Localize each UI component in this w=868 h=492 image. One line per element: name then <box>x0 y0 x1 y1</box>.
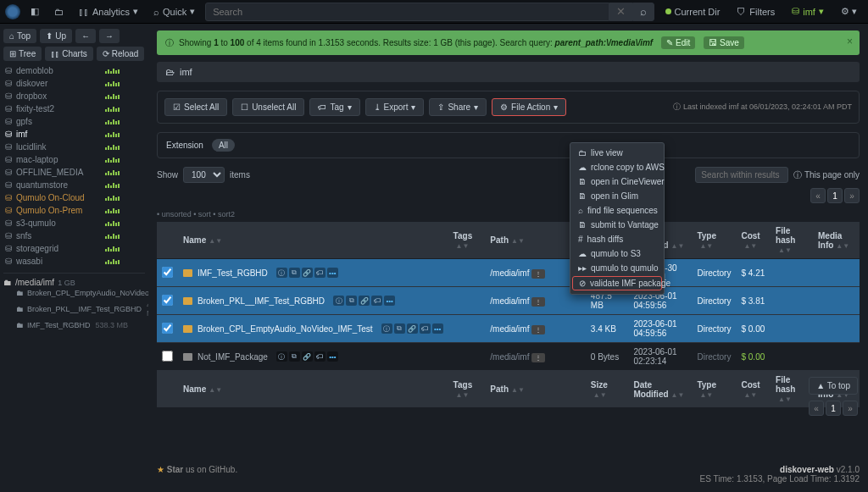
col-check[interactable] <box>157 222 178 259</box>
unselect-all-button[interactable]: ☐ Unselect All <box>232 98 304 116</box>
col-tags[interactable]: Tags▲▼ <box>448 222 486 259</box>
breadcrumb-label[interactable]: imf <box>180 67 192 77</box>
alert-close-icon[interactable]: × <box>847 36 853 47</box>
tab-extension[interactable]: Extension <box>166 141 203 150</box>
tag-icon[interactable]: 🏷 <box>420 323 431 334</box>
tag-icon[interactable]: 🏷 <box>314 351 326 362</box>
copy-icon[interactable]: ⧉ <box>394 323 405 334</box>
pager-prev[interactable]: « <box>810 188 826 203</box>
sidebar-item-imf[interactable]: ⛁imf <box>3 128 145 141</box>
col-hash[interactable]: File hash▲▼ <box>771 222 813 259</box>
path-child[interactable]: 🖿 IMF_Test_RGBHD 538.3 MB <box>3 319 145 331</box>
save-query-button[interactable]: 🖫 Save <box>704 36 744 49</box>
pager-next-b[interactable]: » <box>843 401 858 416</box>
fcol-name[interactable]: Name▲▼ <box>178 371 448 408</box>
fcol-tags[interactable]: Tags▲▼ <box>448 371 486 408</box>
row-checkbox[interactable] <box>162 295 173 306</box>
path-pill-icon[interactable]: ⋮ <box>531 325 545 334</box>
fcol-size[interactable]: Size▲▼ <box>586 371 629 408</box>
fcol-date[interactable]: Date Modified▲▼ <box>628 371 692 408</box>
pager-page[interactable]: 1 <box>827 188 843 203</box>
analytics-menu[interactable]: ⫿⫿ Analytics ▾ <box>74 3 143 20</box>
fcol-path[interactable]: Path▲▼ <box>485 371 586 408</box>
sidebar-item-dropbox[interactable]: ⛁dropbox <box>3 90 145 102</box>
pager-page-b[interactable]: 1 <box>826 401 841 416</box>
copy-icon[interactable]: ⧉ <box>346 296 357 306</box>
col-name[interactable]: Name▲▼ <box>178 222 448 259</box>
file-action-hash-diffs[interactable]: #hash diffs <box>570 232 664 246</box>
export-button[interactable]: ⤓ Export ▾ <box>365 98 425 116</box>
current-dir-toggle[interactable]: Current Dir <box>659 3 726 20</box>
reload-button[interactable]: ⟳ Reload <box>97 47 145 61</box>
sidebar-item-s3-qumulo[interactable]: ⛁s3-qumulo <box>3 217 145 229</box>
sidebar-item-mac-laptop[interactable]: ⛁mac-laptop <box>3 153 145 166</box>
link-icon[interactable]: 🔗 <box>302 351 313 362</box>
dashboard-icon[interactable]: ◧ <box>25 3 44 20</box>
info-icon[interactable]: ⓘ <box>333 296 344 306</box>
more-icon[interactable]: ••• <box>384 296 395 306</box>
link-icon[interactable]: 🔗 <box>359 296 370 306</box>
table-row[interactable]: Broken_PKL__IMF_Test_RGBHDⓘ⧉🔗🏷•••/media/… <box>157 287 860 315</box>
row-checkbox[interactable] <box>162 351 173 362</box>
file-action-find-file-sequences[interactable]: ⌕find file sequences <box>570 203 664 218</box>
edit-query-button[interactable]: ✎ Edit <box>661 36 695 49</box>
filters-button[interactable]: ⛉ Filters <box>731 3 781 20</box>
info-icon[interactable]: ⓘ <box>381 323 392 334</box>
path-pill-icon[interactable]: ⋮ <box>531 297 545 307</box>
sidebar-item-fixity-test2[interactable]: ⛁fixity-test2 <box>3 102 145 115</box>
sidebar-item-qumulo-on-cloud[interactable]: ⛁Qumulo On-Cloud <box>3 191 145 204</box>
tag-button[interactable]: 🏷 Tag ▾ <box>309 98 359 116</box>
back-button[interactable]: ← <box>75 29 96 43</box>
up-button[interactable]: ⬆ Up <box>40 29 72 43</box>
folder-icon[interactable]: 🗀 <box>49 3 69 20</box>
share-button[interactable]: ⇪ Share ▾ <box>429 98 487 116</box>
fwd-button[interactable]: → <box>99 29 120 43</box>
row-checkbox[interactable] <box>162 267 173 278</box>
path-pill-icon[interactable]: ⋮ <box>531 353 545 362</box>
file-action-live-view[interactable]: 🗀live view <box>570 146 664 160</box>
sidebar-item-lucidlink[interactable]: ⛁lucidlink <box>3 141 145 153</box>
file-action-button[interactable]: ⚙ File Action ▾ <box>492 98 566 116</box>
info-icon[interactable]: ⓘ <box>276 351 287 362</box>
sidebar-item-demoblob[interactable]: ⛁demoblob <box>3 64 145 77</box>
sidebar-item-gpfs[interactable]: ⛁gpfs <box>3 115 145 128</box>
more-icon[interactable]: ••• <box>432 323 443 334</box>
to-top-button[interactable]: ▲ To top <box>809 377 858 395</box>
pager-next[interactable]: » <box>844 188 860 203</box>
search-clear-button[interactable]: ✕ <box>609 3 632 21</box>
top-button[interactable]: ⌂ Top <box>3 29 36 43</box>
copy-icon[interactable]: ⧉ <box>289 351 300 362</box>
tag-icon[interactable]: 🏷 <box>314 268 326 278</box>
sidebar-item-wasabi[interactable]: ⛁wasabi <box>3 255 145 268</box>
settings-icon[interactable]: ⚙ ▾ <box>835 3 863 20</box>
col-cost[interactable]: Cost▲▼ <box>736 222 771 259</box>
file-action-qumulo-to-s3[interactable]: ☁qumulo to S3 <box>570 246 664 261</box>
sidebar-item-snfs[interactable]: ⛁snfs <box>3 229 145 242</box>
path-child[interactable]: 🖿 Broken_CPL_EmptyAudio_NoVideo_IMF_Test <box>3 287 145 299</box>
index-dropdown[interactable]: ⛁ imf ▾ <box>786 3 830 20</box>
file-action-submit-to-vantage[interactable]: 🗎submit to Vantage <box>570 218 664 232</box>
search-within-input[interactable] <box>695 167 788 183</box>
show-count-select[interactable]: 100 <box>183 167 225 183</box>
path-child[interactable]: 🖿 Broken_PKL__IMF_Test_RGBHD 487.5 MB <box>3 299 145 319</box>
path-tree-head[interactable]: 🖿 /media/imf 1 GB <box>3 278 145 287</box>
path-pill-icon[interactable]: ⋮ <box>531 269 545 279</box>
file-action-validate-imf-package[interactable]: ⊘validate IMF package <box>572 276 662 290</box>
file-action-open-in-cineviewer[interactable]: 🗎open in CineViewer <box>570 174 664 189</box>
link-icon[interactable]: 🔗 <box>407 323 418 334</box>
select-all-button[interactable]: ☑ Select All <box>164 98 227 116</box>
table-row[interactable]: IMF_Test_RGBHDⓘ⧉🔗🏷•••/media/imf ⋮538.3 M… <box>157 259 860 287</box>
table-row[interactable]: Broken_CPL_EmptyAudio_NoVideo_IMF_Testⓘ⧉… <box>157 315 860 343</box>
sidebar-item-quantumstore[interactable]: ⛁quantumstore <box>3 179 145 191</box>
sidebar-item-storagegrid[interactable]: ⛁storagegrid <box>3 242 145 255</box>
link-icon[interactable]: 🔗 <box>302 268 313 278</box>
tree-button[interactable]: ⊞ Tree <box>3 47 42 61</box>
row-checkbox[interactable] <box>162 323 173 334</box>
tag-icon[interactable]: 🏷 <box>371 296 382 306</box>
fcol-cost[interactable]: Cost▲▼ <box>736 371 771 408</box>
fcol-hash[interactable]: File hash▲▼ <box>771 371 813 408</box>
table-row[interactable]: Not_IMF_Packageⓘ⧉🔗🏷•••/media/imf ⋮0 Byte… <box>157 343 860 371</box>
pager-prev-b[interactable]: « <box>809 401 824 416</box>
sidebar-item-diskover[interactable]: ⛁diskover <box>3 77 145 90</box>
tab-all[interactable]: All <box>212 139 235 152</box>
